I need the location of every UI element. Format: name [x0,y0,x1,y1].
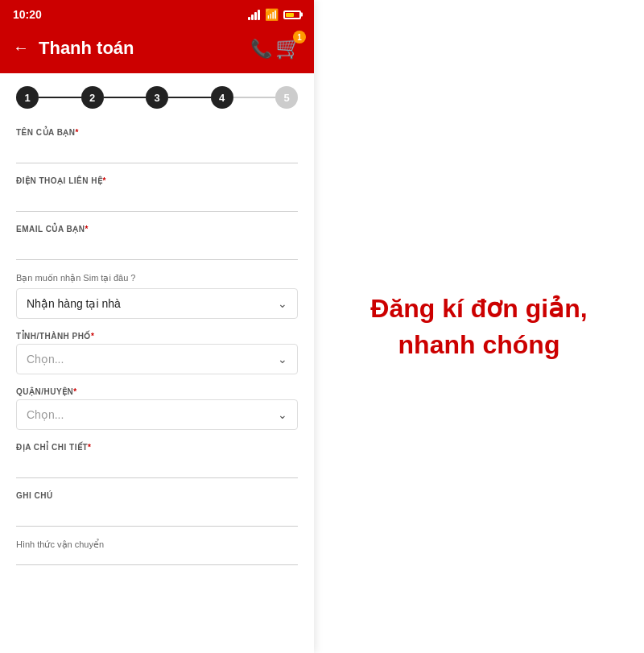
sim-location-value: Nhận hàng tại nhà [27,297,121,310]
email-label: EMAIL CỦA BẠN* [16,225,298,234]
sim-location-group: Bạn muốn nhận Sim tại đâu ? Nhận hàng tạ… [16,273,298,319]
province-chevron-icon: ⌄ [278,353,287,366]
battery-icon [283,10,301,19]
cart-badge: 1 [293,31,306,43]
province-dropdown[interactable]: Chọn... ⌄ [16,344,298,374]
note-field-group: GHI CHÚ [16,491,298,527]
right-panel: Đăng kí đơn giản, nhanh chóng [314,0,644,653]
phone-field-group: ĐIỆN THOẠI LIÊN HỆ* [16,176,298,212]
sim-location-dropdown[interactable]: Nhận hàng tại nhà ⌄ [16,288,298,319]
address-input[interactable] [16,455,298,478]
shipping-value [16,555,298,565]
step-line-1 [39,97,81,98]
promo-line1: Đăng kí đơn giản, [370,294,587,323]
shipping-label: Hình thức vận chuyển [16,539,298,550]
email-required: * [85,225,89,234]
status-time: 10:20 [13,8,42,21]
promo-text: Đăng kí đơn giản, nhanh chóng [370,291,587,363]
phone-label: ĐIỆN THOẠI LIÊN HỆ* [16,176,298,185]
email-input[interactable] [16,237,298,260]
page-title: Thanh toán [39,38,134,59]
name-field-group: TÊN CỦA BẠN* [16,128,298,163]
step-line-2 [104,97,147,98]
phone-icon: 📞 [250,39,272,59]
name-input[interactable] [16,140,298,163]
province-placeholder: Chọn... [27,353,64,366]
wifi-icon: 📶 [265,8,279,21]
step-5: 5 [275,86,298,109]
district-chevron-icon: ⌄ [278,408,287,421]
step-2: 2 [81,86,104,109]
signal-icon [248,9,260,20]
province-field-group: Tỉnh/Thành phố* Chọn... ⌄ [16,332,298,374]
step-3: 3 [146,86,168,109]
district-field-group: Quận/Huyện* Chọn... ⌄ [16,387,298,430]
sim-question-label: Bạn muốn nhận Sim tại đâu ? [16,273,298,283]
name-label: TÊN CỦA BẠN* [16,128,298,137]
progress-stepper: 1 2 3 4 5 [0,73,314,122]
status-icons: 📶 [248,8,301,21]
header: ← Thanh toán 📞 🛒 1 [0,29,314,73]
province-required: * [91,332,94,341]
district-required: * [73,387,76,396]
name-required: * [76,128,79,137]
district-dropdown[interactable]: Chọn... ⌄ [16,399,298,430]
email-field-group: EMAIL CỦA BẠN* [16,225,298,260]
shipping-field-group: Hình thức vận chuyển [16,539,298,565]
address-required: * [88,443,91,452]
form-area: TÊN CỦA BẠN* ĐIỆN THOẠI LIÊN HỆ* EMAIL C… [0,122,314,653]
step-4: 4 [211,86,233,109]
note-input[interactable] [16,503,298,527]
address-field-group: ĐỊA CHỈ CHI TIẾT* [16,443,298,478]
sim-chevron-icon: ⌄ [278,297,287,310]
promo-line2: nhanh chóng [398,330,560,359]
province-label: Tỉnh/Thành phố* [16,332,298,341]
note-label: GHI CHÚ [16,491,298,500]
step-line-3 [168,97,211,98]
address-label: ĐỊA CHỈ CHI TIẾT* [16,443,298,452]
back-button[interactable]: ← [13,39,29,57]
district-placeholder: Chọn... [27,408,64,421]
phone-required: * [102,176,105,185]
phone-input[interactable] [16,188,298,212]
step-1: 1 [16,86,39,109]
step-line-4 [233,97,276,98]
status-bar: 10:20 📶 [0,0,314,29]
cart-button[interactable]: 📞 🛒 1 [250,35,301,60]
district-label: Quận/Huyện* [16,387,298,396]
